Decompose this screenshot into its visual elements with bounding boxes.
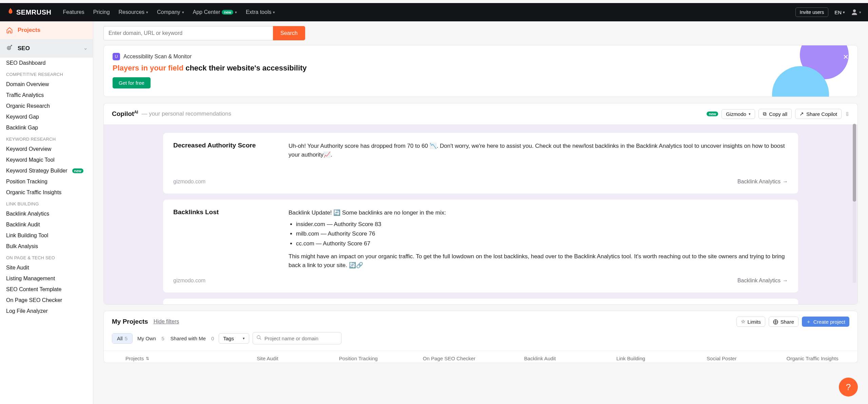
copilot-panel: CopilotAI — your personal recommendation… bbox=[103, 103, 858, 305]
chevron-down-icon: ▾ bbox=[235, 10, 237, 15]
get-free-button[interactable]: Get for free bbox=[113, 77, 151, 88]
sidebar-item[interactable]: Backlink Audit bbox=[0, 219, 93, 230]
list-item: milb.com — Authority Score 76 bbox=[296, 229, 788, 238]
chevron-down-icon: ▾ bbox=[749, 112, 751, 116]
column-header: Organic Traffic Insights bbox=[775, 356, 849, 361]
sidebar-seo-dashboard[interactable]: SEO Dashboard bbox=[0, 58, 93, 68]
sidebar-item[interactable]: Organic Traffic Insights bbox=[0, 187, 93, 198]
sidebar-item[interactable]: On Page SEO Checker bbox=[0, 295, 93, 306]
sidebar-item[interactable]: Traffic Analytics bbox=[0, 90, 93, 101]
nav-features[interactable]: Features bbox=[63, 9, 84, 15]
arrow-right-icon: → bbox=[783, 278, 788, 284]
card-domain: gizmodo.com bbox=[173, 278, 205, 284]
user-menu[interactable]: ▾ bbox=[851, 9, 861, 16]
nav-pricing[interactable]: Pricing bbox=[93, 9, 110, 15]
sidebar-group-label: ON PAGE & TECH SEO bbox=[0, 252, 93, 262]
sidebar-group-label: KEYWORD RESEARCH bbox=[0, 133, 93, 144]
sidebar-item[interactable]: Backlink Analytics bbox=[0, 208, 93, 219]
home-icon bbox=[6, 27, 13, 34]
backlink-analytics-link[interactable]: Backlink Analytics→ bbox=[737, 278, 788, 284]
create-project-button[interactable]: ＋Create project bbox=[802, 317, 849, 327]
chevron-down-icon: ⌵ bbox=[84, 46, 87, 50]
arrow-right-icon: → bbox=[783, 179, 788, 185]
svg-point-2 bbox=[257, 336, 260, 339]
invite-users-button[interactable]: Invite users bbox=[795, 7, 829, 17]
column-header[interactable]: Projects⇅ bbox=[112, 356, 214, 361]
sort-icon: ⇅ bbox=[146, 356, 149, 361]
tab-shared[interactable]: Shared with Me 0 bbox=[169, 334, 216, 343]
new-badge: new bbox=[222, 10, 233, 15]
sidebar-seo-header[interactable]: SEO ⌵ bbox=[0, 39, 93, 58]
sidebar-item[interactable]: Link Building Tool bbox=[0, 230, 93, 241]
new-badge: new bbox=[72, 168, 83, 173]
copilot-subtitle: — your personal recommendations bbox=[141, 110, 231, 117]
sidebar-item[interactable]: Keyword Strategy Buildernew bbox=[0, 165, 93, 176]
column-header: On Page SEO Checker bbox=[412, 356, 486, 361]
sidebar-projects[interactable]: Projects bbox=[0, 21, 93, 39]
sidebar-item[interactable]: Keyword Gap bbox=[0, 112, 93, 122]
projects-table-header: Projects⇅ Site Audit Position Tracking O… bbox=[104, 350, 857, 363]
sidebar-projects-label: Projects bbox=[18, 27, 40, 34]
sidebar-group-label: COMPETITIVE RESEARCH bbox=[0, 68, 93, 79]
copilot-body: Decreased Authority Score Uh-oh! Your Au… bbox=[104, 125, 857, 304]
search-button[interactable]: Search bbox=[273, 26, 305, 40]
project-search[interactable] bbox=[253, 332, 341, 344]
tab-all[interactable]: All5 bbox=[112, 334, 132, 343]
sidebar-item[interactable]: Listing Management bbox=[0, 273, 93, 284]
sidebar-item[interactable]: Site Audit bbox=[0, 262, 93, 273]
projects-title: My Projects bbox=[112, 318, 148, 325]
copilot-card: Decreased Authority Score Uh-oh! Your Au… bbox=[163, 133, 798, 194]
sidebar-item[interactable]: Backlink Gap bbox=[0, 122, 93, 133]
copilot-card: Backlinks Lost Backlink Update! 🔄 Some b… bbox=[163, 200, 798, 292]
column-header: Site Audit bbox=[231, 356, 304, 361]
copilot-project-selector[interactable]: Gizmodo▾ bbox=[722, 109, 755, 119]
chevron-down-icon: ▾ bbox=[843, 10, 845, 15]
collapse-icon[interactable]: ⇳ bbox=[845, 111, 849, 117]
search-icon bbox=[256, 335, 262, 342]
column-header: Social Poster bbox=[685, 356, 758, 361]
copy-all-button[interactable]: ⧉Copy all bbox=[758, 109, 792, 119]
tab-my-own[interactable]: My Own 5 bbox=[136, 334, 166, 343]
nav-app-center[interactable]: App Centernew▾ bbox=[193, 9, 237, 15]
copilot-card bbox=[163, 299, 798, 304]
nav-extra-tools[interactable]: Extra tools▾ bbox=[246, 9, 275, 15]
sidebar-item[interactable]: Domain Overview bbox=[0, 79, 93, 90]
backlink-analytics-link[interactable]: Backlink Analytics→ bbox=[737, 179, 788, 185]
project-search-input[interactable] bbox=[264, 336, 338, 341]
sidebar-item[interactable]: Keyword Magic Tool bbox=[0, 155, 93, 165]
promo-title: Players in your field check their websit… bbox=[113, 64, 849, 73]
sidebar: Projects SEO ⌵ SEO Dashboard COMPETITIVE… bbox=[0, 21, 93, 404]
close-icon[interactable]: ✕ bbox=[843, 53, 849, 61]
copy-icon: ⧉ bbox=[763, 111, 767, 117]
help-button[interactable]: ? bbox=[839, 378, 858, 397]
tags-dropdown[interactable]: Tags▾ bbox=[219, 333, 249, 344]
share-copilot-button[interactable]: ↗Share Copilot bbox=[795, 109, 842, 119]
main-content: Search ✕ U Accessibility Scan & Monitor … bbox=[93, 21, 868, 404]
plus-icon: ＋ bbox=[806, 319, 811, 325]
sidebar-item[interactable]: SEO Content Template bbox=[0, 284, 93, 295]
chevron-down-icon: ▾ bbox=[182, 10, 184, 15]
card-title: Decreased Authority Score bbox=[173, 142, 275, 160]
share-icon: ↗ bbox=[800, 111, 804, 117]
chevron-down-icon: ▾ bbox=[146, 10, 148, 15]
list-item: cc.com — Authority Score 67 bbox=[296, 239, 788, 248]
target-icon bbox=[6, 44, 13, 53]
nav-resources[interactable]: Resources▾ bbox=[119, 9, 148, 15]
sidebar-item[interactable]: Keyword Overview bbox=[0, 144, 93, 155]
language-selector[interactable]: EN▾ bbox=[834, 9, 845, 15]
scrollbar[interactable] bbox=[853, 124, 856, 283]
hide-filters-link[interactable]: Hide filters bbox=[154, 319, 179, 325]
sidebar-item[interactable]: Organic Research bbox=[0, 101, 93, 112]
nav-company[interactable]: Company▾ bbox=[157, 9, 184, 15]
domain-search-input[interactable] bbox=[103, 26, 273, 40]
projects-panel: My Projects Hide filters ☆Limits ⨁Share … bbox=[103, 311, 858, 363]
logo[interactable]: SEMRUSH bbox=[7, 7, 52, 17]
svg-point-1 bbox=[8, 47, 9, 48]
flame-icon bbox=[7, 7, 14, 17]
limits-button[interactable]: ☆Limits bbox=[736, 317, 765, 327]
share-button[interactable]: ⨁Share bbox=[769, 317, 798, 327]
sidebar-item[interactable]: Bulk Analysis bbox=[0, 241, 93, 252]
sidebar-item[interactable]: Log File Analyzer bbox=[0, 306, 93, 317]
sidebar-item[interactable]: Position Tracking bbox=[0, 176, 93, 187]
sidebar-group-label: LINK BUILDING bbox=[0, 198, 93, 208]
